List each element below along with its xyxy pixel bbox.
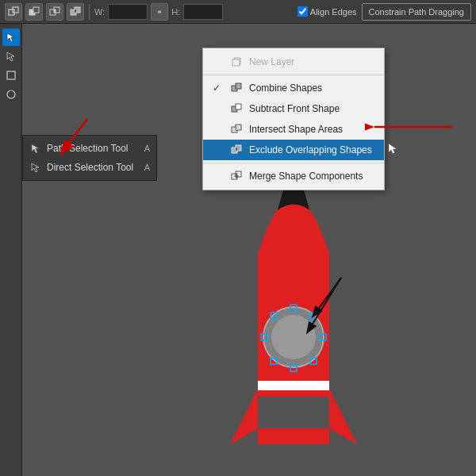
svg-rect-13 [232,60,240,66]
svg-rect-15 [236,83,241,89]
toolbar-shape-intersect[interactable] [46,3,63,21]
align-edges-checkbox[interactable] [298,6,308,17]
menu-label-new-layer: New Layer [249,56,294,67]
toolbar-shape-subtract[interactable] [25,3,43,21]
toolbar-shape-combine[interactable] [5,3,22,21]
svg-rect-23 [236,148,237,151]
direct-selection-icon [29,161,42,174]
path-selection-label: Path Selection Tool [47,143,129,154]
svg-rect-6 [54,10,56,13]
menu-item-new-layer[interactable]: New Layer [203,52,384,72]
direct-selection-tool-item[interactable]: Direct Selection Tool A [23,158,156,177]
toolbar-right-group: Align Edges Constrain Path Dragging [298,3,471,21]
merge-components-icon [230,170,243,182]
link-icon[interactable] [151,3,168,21]
selection-tool-icon[interactable] [2,29,20,46]
subtract-front-icon [230,102,243,115]
svg-point-31 [271,315,316,359]
tool-flyout-panel: Path Selection Tool A Direct Selection T… [22,135,157,181]
toolbar-left-group: W: H: [5,3,223,21]
ellipse-tool-icon[interactable] [2,86,20,103]
direct-selection-tool-icon[interactable] [2,48,20,65]
exclude-overlapping-icon [230,144,243,156]
path-selection-shortcut: A [144,144,150,153]
w-label: W: [94,7,105,17]
intersect-areas-icon [230,123,243,136]
menu-item-combine-shapes[interactable]: ✓ Combine Shapes [203,78,384,98]
menu-check-combine: ✓ [213,83,224,94]
menu-item-subtract-front[interactable]: Subtract Front Shape [203,98,384,119]
toolbar: W: H: Align Edges Constrain Path Draggin… [0,0,476,24]
toolbar-shape-exclude[interactable] [67,3,84,21]
menu-separator-1 [203,75,384,75]
toolbar-sep-1 [89,4,90,20]
menu-separator-2 [203,163,384,163]
cursor-on-menu [387,143,398,154]
svg-point-11 [7,90,15,98]
svg-rect-9 [75,10,76,13]
menu-label-merge-components: Merge Shape Components [249,171,363,182]
canvas-area: Path Selection Tool A Direct Selection T… [0,24,476,476]
direct-selection-shortcut: A [144,163,150,172]
left-tool-panel [0,24,22,476]
svg-rect-28 [258,381,329,390]
align-edges-text: Align Edges [310,7,357,17]
menu-label-exclude-overlapping: Exclude Overlapping Shapes [249,144,372,155]
constrain-path-button[interactable]: Constrain Path Dragging [362,3,471,21]
h-input[interactable] [183,4,223,20]
path-selection-icon [29,142,42,155]
menu-label-combine-shapes: Combine Shapes [249,83,322,94]
menu-label-intersect-areas: Intersect Shape Areas [249,124,343,135]
dropdown-menu: New Layer ✓ Combine Shapes Subtr [202,48,385,190]
svg-rect-17 [236,104,241,109]
svg-rect-10 [7,71,15,79]
shape-tool-icon[interactable] [2,67,20,84]
menu-item-merge-components[interactable]: Merge Shape Components [203,166,384,186]
menu-label-subtract-front: Subtract Front Shape [249,103,340,114]
path-selection-tool-item[interactable]: Path Selection Tool A [23,139,156,158]
menu-item-exclude-overlapping[interactable]: Exclude Overlapping Shapes [203,140,384,160]
direct-selection-label: Direct Selection Tool [47,162,133,173]
new-layer-icon [230,56,243,68]
w-input[interactable] [108,4,148,20]
align-edges-label[interactable]: Align Edges [298,6,357,17]
combine-shapes-icon [230,82,243,94]
menu-item-intersect-areas[interactable]: Intersect Shape Areas [203,119,384,140]
svg-rect-20 [236,127,237,130]
svg-rect-3 [33,7,39,13]
svg-rect-29 [258,428,329,444]
h-label: H: [171,7,180,17]
